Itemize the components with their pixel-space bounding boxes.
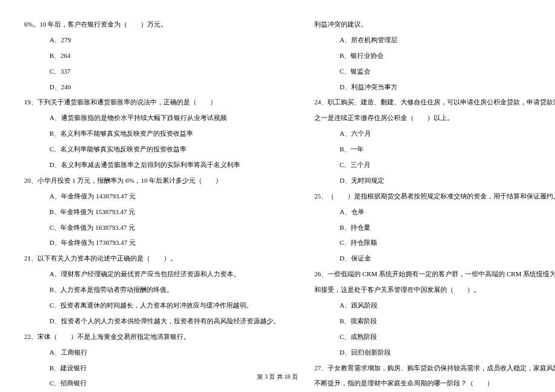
q25-opt-c: C、持仓限额: [314, 236, 555, 249]
q24-opt-a: A、六个月: [314, 127, 555, 140]
q26-l1: 26、一些低端的 CRM 系统开始拥有一定的客户群，一些中高端的 CRM 系统慢…: [314, 268, 555, 280]
q26-opt-b: B、摸索阶段: [314, 315, 555, 327]
q26-opt-c: C、成熟阶段: [314, 330, 555, 343]
q24-l1: 24、职工购买、建造、翻建、大修自住住房，可以申请住房公积金贷款，申请贷款应具备…: [314, 96, 555, 109]
q26-opt-a: A、跟风阶段: [314, 299, 555, 312]
q20-opt-d: D、年金终值为 1738793.47 元: [24, 236, 296, 249]
page-footer: 第 3 页 共 18 页: [0, 373, 555, 381]
q20-opt-a: A、年金终值为 1438793.47 元: [24, 190, 296, 203]
q23-opt-a: A、所在机构管理层: [314, 34, 555, 46]
q24-opt-d: D、无时间规定: [314, 174, 555, 187]
q26-opt-d: D、回归创新阶段: [314, 346, 555, 359]
q23-opt-c: C、银监会: [314, 65, 555, 78]
q23-opt-d: D、利益冲突当事方: [314, 81, 555, 93]
q18-opt-a: A、279: [24, 34, 296, 46]
left-column: 6%。10 年后，客户在银行资金为（ ）万元。 A、279 B、264 C、33…: [24, 18, 296, 392]
q20-opt-b: B、年金终值为 1538793.47 元: [24, 206, 296, 218]
q21: 21、以下有关人力资本的论述中正确的是（ ）。: [24, 252, 296, 265]
q23-opt-b: B、银行业协会: [314, 49, 555, 62]
q21-opt-b: B、人力资本是指劳动者劳动报酬的终值。: [24, 283, 296, 296]
q19-opt-d: D、名义利率减去通货膨胀率之后得到的实际利率将高于名义利率: [24, 159, 296, 171]
q19-opt-a: A、通货膨胀指的是物价水平持续大幅下跌银行从业考试视频: [24, 112, 296, 124]
q24-opt-b: B、一年: [314, 143, 555, 156]
q20-opt-c: C、年金终值为 1638793.47 元: [24, 221, 296, 234]
q21-opt-d: D、投资者个人的人力资本供给弹性越大，投资者持有的高风险经济资源越少。: [24, 315, 296, 327]
q22: 22、宋体（ ）不是上海黄金交易所指定地清算银行。: [24, 330, 296, 343]
q21-opt-a: A、理财客户经理确定的最优资产应当包括经济资源和人力资本。: [24, 268, 296, 280]
q24-l2: 之一是连续正常缴存住房公积金（ ）以上。: [314, 112, 555, 124]
q25-opt-d: D、保证金: [314, 252, 555, 265]
q18-opt-c: C、337: [24, 65, 296, 78]
q25: 25、（ ）是指根据期货交易者按照规定标准交纳的资金，用于结算和保证履约。: [314, 190, 555, 203]
q25-opt-a: A、仓单: [314, 206, 555, 218]
q25-opt-b: B、持仓量: [314, 221, 555, 234]
q23-cont: 利益冲突的建议。: [314, 18, 555, 31]
q24-opt-c: C、三个月: [314, 159, 555, 171]
q18-opt-d: D、240: [24, 81, 296, 93]
q20: 20、小华月投资 1 万元，报酬率为 6%，10 年后累计多少元（ ）: [24, 174, 296, 187]
q26-l2: 和接受，这是处于客户关系管理在中国发展的（ ）。: [314, 283, 555, 296]
q22-opt-a: A、工商银行: [24, 346, 296, 359]
q19-opt-b: B、名义利率不能够真实地反映资产的投资收益率: [24, 127, 296, 140]
page-content: 6%。10 年后，客户在银行资金为（ ）万元。 A、279 B、264 C、33…: [0, 0, 555, 392]
q18-opt-b: B、264: [24, 49, 296, 62]
q18-tail: 6%。10 年后，客户在银行资金为（ ）万元。: [24, 18, 296, 31]
q19: 19、下列关于通货膨胀和通货膨胀率的说法中，正确的是（ ）: [24, 96, 296, 109]
right-column: 利益冲突的建议。 A、所在机构管理层 B、银行业协会 C、银监会 D、利益冲突当…: [314, 18, 555, 392]
q21-opt-c: C、投资者离退休的时间越长，人力资本的对冲效应与缓冲作用越弱。: [24, 299, 296, 312]
q19-opt-c: C、名义利率能够真实地反映资产的投资收益率: [24, 143, 296, 156]
